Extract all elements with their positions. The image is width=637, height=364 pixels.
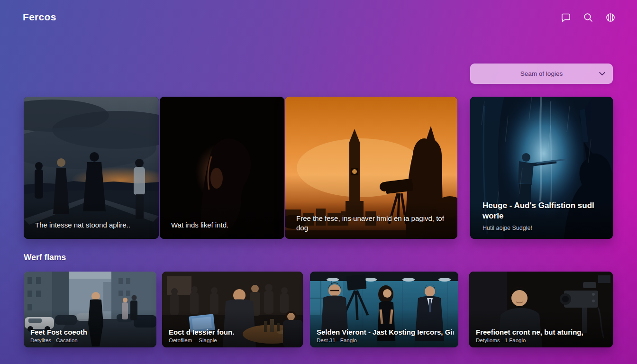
featured-card-portrait[interactable]: Wat inds likef intd. <box>160 97 284 239</box>
caption-shade <box>160 201 284 239</box>
featured-card-game[interactable]: Heuge - Aud's Galfistion sudl worle Huti… <box>470 97 613 239</box>
card-caption: The intesse nat stoond aplire.. <box>35 220 149 230</box>
card-title: Freefionet cront ne, but aturing, <box>476 328 608 336</box>
card-subtitle: Dest 31 - Fanglo <box>317 337 454 343</box>
caption-shade <box>24 201 159 239</box>
card-subtitle: Oetofilem -- Siagple <box>169 337 298 343</box>
werf-card-filmset[interactable]: Selden Vieront - Jast Kosting Iercors, G… <box>310 272 458 347</box>
globe-icon[interactable] <box>605 12 616 23</box>
card-title: Feet Fost coeoth <box>30 328 152 336</box>
werf-card-gathering[interactable]: Eoct d Iessier foun. Oetofilem -- Siagpl… <box>162 272 303 347</box>
card-meta: Feet Fost coeoth Detylites - Cacation <box>30 328 152 343</box>
werf-card-street[interactable]: Feet Fost coeoth Detylites - Cacation <box>24 272 156 347</box>
header-actions <box>560 12 616 23</box>
app-window: Fercos Seam of logies <box>0 0 637 364</box>
card-title: Heuge - Aud's Galfistion sudl worle <box>482 200 604 221</box>
card-meta: Heuge - Aud's Galfistion sudl worle Huti… <box>482 200 604 231</box>
card-caption: Wat inds likef intd. <box>171 220 275 230</box>
search-icon[interactable] <box>582 12 594 23</box>
chevron-down-icon <box>598 70 606 78</box>
card-subtitle: Hutil aojpe Sudgle! <box>482 225 604 231</box>
card-subtitle: Detyiloms - 1 Faoglo <box>476 337 608 343</box>
card-subtitle: Detylites - Cacation <box>30 337 152 343</box>
section-title: Werf flams <box>24 253 66 263</box>
featured-card-sunset[interactable]: Free the fese, ins unaver fimld en ia pa… <box>285 97 457 239</box>
genre-select[interactable]: Seam of logies <box>470 64 613 84</box>
card-meta: Selden Vieront - Jast Kosting Iercors, G… <box>317 328 454 343</box>
featured-card-rooftop[interactable]: The intesse nat stoond aplire.. <box>24 97 159 239</box>
card-meta: Freefionet cront ne, but aturing, Detyil… <box>476 328 608 343</box>
card-meta: Eoct d Iessier foun. Oetofilem -- Siagpl… <box>169 328 298 343</box>
app-logo: Fercos <box>23 11 56 23</box>
card-title: Selden Vieront - Jast Kosting Iercors, G… <box>317 328 454 336</box>
chat-icon[interactable] <box>560 12 572 23</box>
card-title: Eoct d Iessier foun. <box>169 328 298 336</box>
genre-select-label: Seam of logies <box>520 70 563 77</box>
werf-card-studio[interactable]: Freefionet cront ne, but aturing, Detyil… <box>469 272 613 347</box>
card-caption: Free the fese, ins unaver fimld en ia pa… <box>296 214 448 233</box>
